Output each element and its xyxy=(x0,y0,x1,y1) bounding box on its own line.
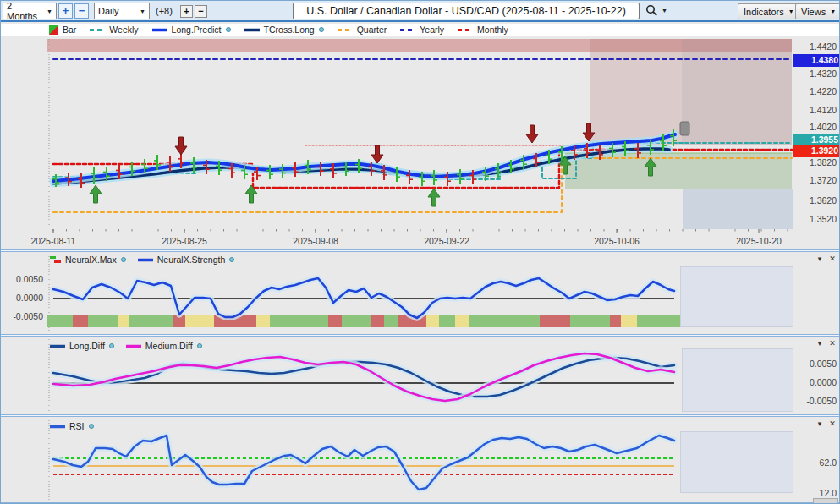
up-arrow-signal xyxy=(90,185,102,203)
legend-label: TCross.Long xyxy=(264,25,315,35)
chevron-down-icon: ▼ xyxy=(662,8,667,14)
info-icon[interactable] xyxy=(89,424,94,429)
indicators-button[interactable]: Indicators ▼ xyxy=(738,3,800,19)
panel-legend: Long.DiffMedium.Diff xyxy=(50,341,202,351)
legend-label: NeuralX.Strength xyxy=(157,255,226,265)
down-arrow-signal xyxy=(526,125,538,143)
symbol-title-field[interactable]: U.S. Dollar / Canadian Dollar - USD/CAD … xyxy=(293,3,640,19)
panel-separator[interactable] xyxy=(1,334,840,337)
legend-item-medium-diff[interactable]: Medium.Diff xyxy=(126,341,202,351)
panel-separator[interactable] xyxy=(1,414,840,417)
range-increase-button[interactable]: + xyxy=(58,3,73,19)
info-icon[interactable] xyxy=(121,257,126,262)
legend-label: Monthly xyxy=(477,25,508,35)
drag-marker xyxy=(680,122,689,135)
trading-app-window: 2 Months ▼ + − Daily ▼ (+8) + − U.S. Dol… xyxy=(0,0,840,504)
range-decrease-button[interactable]: − xyxy=(74,3,89,19)
range-value: 2 Months xyxy=(7,1,41,21)
legend-label: Long.Predict xyxy=(172,25,222,35)
panel-legend: NeuralX.MaxNeuralX.Strength xyxy=(50,255,234,265)
region-bottom-right-box xyxy=(683,189,793,229)
info-icon[interactable] xyxy=(109,343,114,348)
bar-swatch-icon xyxy=(49,25,58,35)
legend-item-tcross-long[interactable]: TCross.Long xyxy=(244,25,324,35)
info-icon[interactable] xyxy=(197,343,202,348)
info-icon[interactable] xyxy=(226,27,231,32)
panel-legend: RSI xyxy=(50,421,94,431)
legend-label: Yearly xyxy=(420,25,444,35)
legend-item-long-diff[interactable]: Long.Diff xyxy=(50,341,114,351)
chart-plot-area[interactable] xyxy=(1,1,840,504)
legend-item-neuralx-strength[interactable]: NeuralX.Strength xyxy=(138,255,235,265)
line-icon xyxy=(138,258,153,262)
legend-label: RSI xyxy=(69,421,85,431)
legend-label: Weekly xyxy=(109,25,138,35)
line-icon xyxy=(126,344,141,348)
panel-separator[interactable] xyxy=(1,249,840,252)
period-value: Daily xyxy=(98,6,118,16)
legend-item-monthly[interactable]: Monthly xyxy=(458,25,508,35)
main-chart-legend: BarWeeklyLong.PredictTCross.LongQuarterY… xyxy=(1,24,840,36)
legend-item-yearly[interactable]: Yearly xyxy=(400,25,444,35)
chevron-down-icon: ▼ xyxy=(788,8,794,14)
views-button[interactable]: Views ▼ xyxy=(795,3,840,19)
line-icon xyxy=(244,28,260,32)
toolbar: 2 Months ▼ + − Daily ▼ (+8) + − U.S. Dol… xyxy=(1,1,840,22)
dashed-line-icon xyxy=(338,28,353,32)
line-icon xyxy=(50,425,65,429)
panel-close-button[interactable]: ✕ xyxy=(827,339,837,348)
info-icon[interactable] xyxy=(229,257,234,262)
bars-decrease-button[interactable]: − xyxy=(195,5,207,18)
panel-close-button[interactable]: ✕ xyxy=(827,255,837,263)
region-forecast-gray xyxy=(682,39,792,145)
bar-offset-label: (+8) xyxy=(156,6,173,16)
legend-label: Medium.Diff xyxy=(145,341,193,351)
down-arrow-signal xyxy=(175,137,187,155)
legend-item-rsi[interactable]: RSI xyxy=(50,421,94,431)
range-select[interactable]: 2 Months ▼ xyxy=(3,3,57,19)
panel-close-button[interactable]: ✕ xyxy=(827,419,837,428)
legend-item-weekly[interactable]: Weekly xyxy=(90,25,138,35)
bars-increase-button[interactable]: + xyxy=(180,5,193,18)
chevron-down-icon: ▼ xyxy=(830,8,836,14)
line-icon xyxy=(152,28,167,32)
legend-item-quarter[interactable]: Quarter xyxy=(338,25,387,35)
legend-label: NeuralX.Max xyxy=(65,255,117,265)
panel-collapse-button[interactable]: ▾ xyxy=(815,339,825,348)
chevron-down-icon: ▼ xyxy=(41,8,52,14)
down-arrow-signal xyxy=(371,145,383,163)
legend-label: Bar xyxy=(63,25,76,35)
symbol-search[interactable]: ▼ xyxy=(645,4,667,17)
legend-item-long-predict[interactable]: Long.Predict xyxy=(152,25,231,35)
up-arrow-signal xyxy=(428,189,440,206)
period-select[interactable]: Daily ▼ xyxy=(94,3,150,19)
dashed-line-icon xyxy=(90,28,105,32)
dashed-line-icon xyxy=(400,28,415,32)
legend-item-bar[interactable]: Bar xyxy=(49,25,76,35)
line-icon xyxy=(50,344,65,348)
legend-label: Long.Diff xyxy=(69,341,105,351)
dashed-line-icon xyxy=(458,28,473,32)
panel-collapse-button[interactable]: ▾ xyxy=(815,255,825,263)
legend-item-neuralx-max[interactable]: NeuralX.Max xyxy=(50,255,126,265)
info-icon[interactable] xyxy=(319,27,324,32)
neuralx-max-icon xyxy=(50,256,61,264)
chevron-down-icon: ▼ xyxy=(135,8,145,14)
horizontal-scrollbar[interactable] xyxy=(813,498,838,504)
search-icon xyxy=(645,4,658,17)
legend-label: Quarter xyxy=(357,25,387,35)
panel-collapse-button[interactable]: ▾ xyxy=(815,419,825,428)
